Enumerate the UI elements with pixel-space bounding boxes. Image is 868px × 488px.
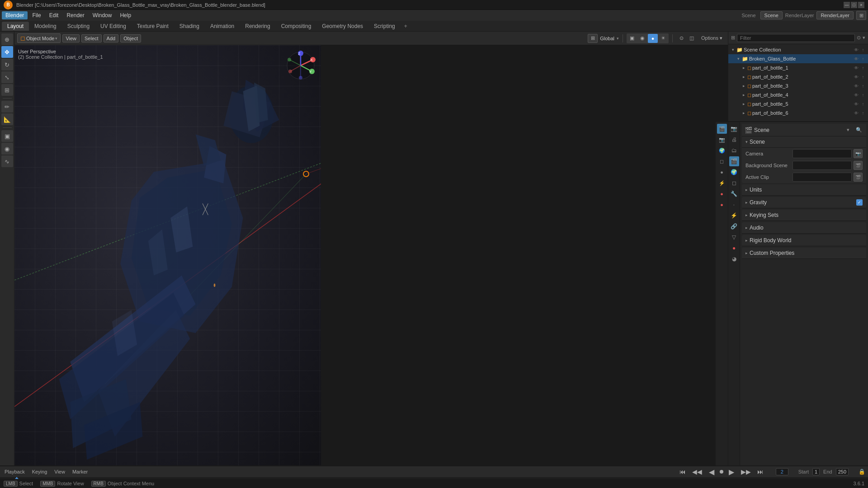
constraints-tab[interactable]: 🔗 xyxy=(729,221,739,231)
outliner-search-input[interactable] xyxy=(737,34,855,42)
props-search-btn[interactable]: 🔍 xyxy=(854,126,863,135)
vis-icon2[interactable]: 👁 xyxy=(853,74,859,80)
lasso-tool[interactable]: ∿ xyxy=(1,155,13,167)
menu-help[interactable]: Help xyxy=(116,11,135,19)
props-filter-btn[interactable]: ▾ xyxy=(844,126,853,135)
menu-render[interactable]: Render xyxy=(63,11,88,19)
tab-compositing[interactable]: Compositing xyxy=(276,22,317,31)
material-preview-icon[interactable]: ● xyxy=(648,34,658,43)
object-props-tab[interactable]: ◻ xyxy=(729,178,739,188)
keying-menu[interactable]: Keying xyxy=(30,469,49,474)
circle-select-tool[interactable]: ◉ xyxy=(1,143,13,155)
cam-icon4[interactable]: ↑ xyxy=(860,92,866,98)
annotate-tool[interactable]: ✏ xyxy=(1,101,13,113)
camera-value[interactable] xyxy=(793,149,852,158)
view-layer-tab[interactable]: 🗂 xyxy=(729,145,739,155)
select-icon[interactable]: ↑ xyxy=(860,47,866,53)
outliner-scene-collection[interactable]: ▾ 📁 Scene Collection 👁 ↑ xyxy=(728,45,868,54)
wireframe-mode-icon[interactable]: ▣ xyxy=(627,34,637,43)
prev-keyframe-button[interactable]: ◀ xyxy=(707,468,716,476)
global-dropdown[interactable]: ⊞ xyxy=(588,34,598,43)
rendered-mode-icon[interactable]: ☀ xyxy=(658,34,668,43)
view-menu[interactable]: View xyxy=(62,34,80,42)
vis-icon1[interactable]: 👁 xyxy=(853,65,859,71)
vis-icon[interactable]: 👁 xyxy=(853,56,859,62)
obj-prop-tab-alt[interactable]: ◻ xyxy=(717,156,727,166)
overlays-icon[interactable]: ⊙ xyxy=(676,34,686,43)
clip-pick-btn[interactable]: 🎬 xyxy=(854,173,863,182)
cam-icon[interactable]: ↑ xyxy=(860,56,866,62)
render-layer-dropdown[interactable]: RenderLayer xyxy=(816,11,854,19)
tab-animation[interactable]: Animation xyxy=(205,22,240,31)
skip-start-button[interactable]: ⏮ xyxy=(678,468,687,475)
mat-prop-tab-alt[interactable]: ● xyxy=(717,167,727,177)
cam-icon2[interactable]: ↑ xyxy=(860,74,866,80)
vis-icon5[interactable]: 👁 xyxy=(853,101,859,107)
vis-icon3[interactable]: 👁 xyxy=(853,83,859,89)
menu-edit[interactable]: Edit xyxy=(46,11,62,19)
cam-icon6[interactable]: ↑ xyxy=(860,110,866,116)
cursor-tool[interactable]: ⊕ xyxy=(1,33,13,45)
move-tool[interactable]: ✥ xyxy=(1,46,13,58)
tab-sculpting[interactable]: Sculpting xyxy=(62,22,95,31)
particles-tab-alt[interactable]: ● xyxy=(717,189,727,199)
viewport-3d[interactable]: User Perspective (2) Scene Collection | … xyxy=(14,45,321,465)
phys-prop-tab-alt[interactable]: ⚡ xyxy=(717,178,727,188)
menu-file[interactable]: File xyxy=(28,11,44,19)
outliner-options-icon[interactable]: ⊙ xyxy=(857,35,861,41)
tab-geometry-nodes[interactable]: Geometry Nodes xyxy=(316,22,368,31)
playback-menu[interactable]: Playback xyxy=(3,469,27,474)
active-clip-value[interactable] xyxy=(793,173,852,182)
xray-icon[interactable]: ◫ xyxy=(687,34,697,43)
current-frame-display[interactable]: 2 xyxy=(776,468,788,475)
prev-frame-button[interactable]: ◀◀ xyxy=(691,468,703,475)
outliner-item-broken-glass[interactable]: ▾ 📁 Broken_Glass_Bottle 👁 ↑ xyxy=(728,54,868,63)
material-tab[interactable]: ● xyxy=(729,243,739,253)
output-props-tab[interactable]: 🖨 xyxy=(729,135,739,145)
object-menu[interactable]: Object xyxy=(120,34,141,42)
render-prop-tab-alt[interactable]: 📷 xyxy=(717,135,727,145)
solid-mode-icon[interactable]: ◉ xyxy=(637,34,647,43)
rigid-body-tab-alt[interactable]: ● xyxy=(717,200,727,210)
scale-tool[interactable]: ⤡ xyxy=(1,71,13,83)
play-pause-indicator[interactable] xyxy=(720,470,723,474)
cam-icon1[interactable]: ↑ xyxy=(860,65,866,71)
scene-props-tab[interactable]: 🎬 xyxy=(729,156,739,166)
render-props-tab[interactable]: 📷 xyxy=(729,124,739,134)
minimize-button[interactable]: — xyxy=(844,2,850,8)
particles-tab[interactable]: · xyxy=(729,200,739,210)
scene-section-header[interactable]: ▾ Scene xyxy=(742,136,866,148)
next-keyframe-button[interactable]: ▶ xyxy=(727,468,736,476)
physics-tab[interactable]: ⚡ xyxy=(729,211,739,221)
end-frame-input[interactable]: 250 xyxy=(836,468,849,475)
vis-icon4[interactable]: 👁 xyxy=(853,92,859,98)
skip-end-button[interactable]: ⏭ xyxy=(756,468,765,475)
units-section-header[interactable]: ▸ Units xyxy=(742,184,866,196)
cam-icon5[interactable]: ↑ xyxy=(860,101,866,107)
tab-layout[interactable]: Layout xyxy=(2,22,29,31)
start-frame-input[interactable]: 1 xyxy=(812,468,820,475)
options-dropdown[interactable]: Options ▾ xyxy=(698,35,725,41)
outliner-filter-btn[interactable]: ▾ xyxy=(863,35,865,41)
box-select-tool[interactable]: ▣ xyxy=(1,130,13,142)
viewport-gizmo[interactable]: X Y Z xyxy=(285,50,316,81)
outliner-item-part5[interactable]: ▸ ◻ part_of_bottle_5 👁 ↑ xyxy=(728,99,868,108)
tab-scripting[interactable]: Scripting xyxy=(368,22,401,31)
next-frame-button[interactable]: ▶▶ xyxy=(740,468,752,475)
tab-rendering[interactable]: Rendering xyxy=(240,22,275,31)
outliner-item-part4[interactable]: ▸ ◻ part_of_bottle_4 👁 ↑ xyxy=(728,90,868,99)
tab-modeling[interactable]: Modeling xyxy=(29,22,62,31)
data-tab[interactable]: ▽ xyxy=(729,232,739,242)
world-prop-tab-alt[interactable]: 🌍 xyxy=(717,145,727,155)
close-button[interactable]: × xyxy=(858,2,864,8)
visibility-icon[interactable]: 👁 xyxy=(853,47,859,53)
add-workspace-button[interactable]: + xyxy=(401,22,411,31)
measure-tool[interactable]: 📐 xyxy=(1,113,13,125)
tab-uv-editing[interactable]: UV Editing xyxy=(95,22,132,31)
gravity-checkbox[interactable]: ✓ xyxy=(856,199,863,206)
add-menu[interactable]: Add xyxy=(104,34,119,42)
cam-icon3[interactable]: ↑ xyxy=(860,83,866,89)
transform-tool[interactable]: ⊞ xyxy=(1,84,13,96)
camera-pick-btn[interactable]: 📷 xyxy=(854,149,863,158)
scene-dropdown[interactable]: Scene xyxy=(760,11,783,19)
